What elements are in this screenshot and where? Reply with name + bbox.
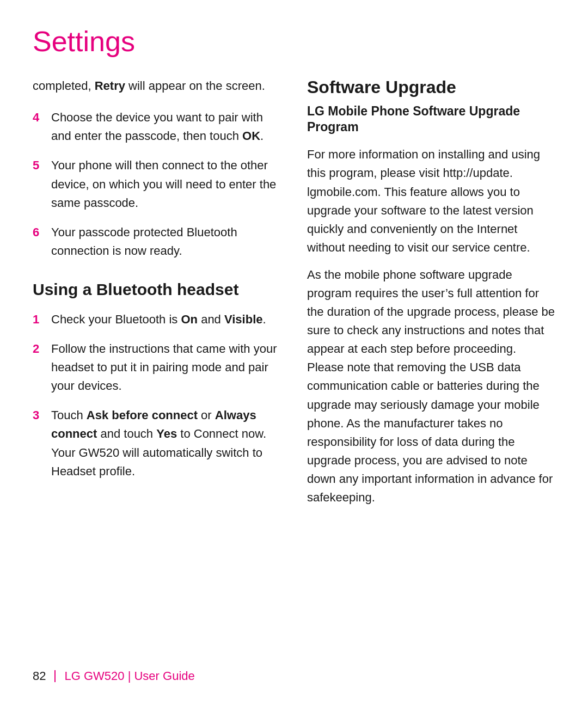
bluetooth-section-heading: Using a Bluetooth headset [33,280,281,299]
right-column: Software Upgrade LG Mobile Phone Softwar… [307,77,555,516]
list-item: 4 Choose the device you want to pair wit… [33,108,281,145]
right-body-paragraph-2: As the mobile phone software upgrade pro… [307,266,555,507]
item-number-5: 5 [33,156,46,175]
item-text-4: Choose the device you want to pair with … [51,108,281,145]
content-columns: completed, Retry will appear on the scre… [33,77,555,516]
item-number-bt-3: 3 [33,406,46,425]
page-title: Settings [33,26,555,57]
page-number: 82 [33,669,46,683]
software-upgrade-sub-heading: LG Mobile Phone Software Upgrade Program [307,103,555,136]
item-text-bt-3: Touch Ask before connect or Always conne… [51,406,281,480]
item-text-6: Your passcode protected Bluetooth connec… [51,223,281,260]
item-text-bt-2: Follow the instructions that came with y… [51,340,281,395]
item-text-5: Your phone will then connect to the othe… [51,156,281,212]
item-number-bt-1: 1 [33,310,46,329]
item-number-bt-2: 2 [33,340,46,358]
footer-divider [54,670,56,682]
left-column: completed, Retry will appear on the scre… [33,77,281,492]
footer-brand: LG GW520 | User Guide [64,669,194,683]
item-text-bt-1: Check your Bluetooth is On and Visible. [51,310,266,329]
page-container: Settings completed, Retry will appear on… [0,0,588,705]
list-item: 1 Check your Bluetooth is On and Visible… [33,310,281,329]
list-item: 5 Your phone will then connect to the ot… [33,156,281,212]
intro-text: completed, Retry will appear on the scre… [33,77,281,95]
list-item: 3 Touch Ask before connect or Always con… [33,406,281,480]
software-upgrade-heading: Software Upgrade [307,77,555,97]
list-item: 6 Your passcode protected Bluetooth conn… [33,223,281,260]
right-body-paragraph-1: For more information on installing and u… [307,145,555,257]
list-item: 2 Follow the instructions that came with… [33,340,281,395]
page-footer: 82 LG GW520 | User Guide [33,669,555,683]
item-number-4: 4 [33,108,46,127]
item-number-6: 6 [33,223,46,242]
